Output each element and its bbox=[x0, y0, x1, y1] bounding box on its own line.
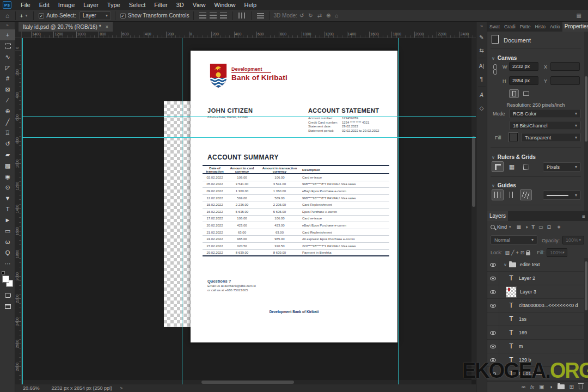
portrait-orientation-button[interactable] bbox=[509, 89, 519, 98]
marquee-tool[interactable] bbox=[0, 40, 15, 51]
3d-orbit-icon[interactable]: ↺ bbox=[299, 13, 304, 19]
adjustment-layer-icon[interactable]: ◑ bbox=[549, 384, 553, 390]
brush-tool[interactable]: ╱ bbox=[0, 117, 15, 127]
hand-tool[interactable]: ω bbox=[0, 236, 15, 247]
layer-row[interactable]: TLayer 2 bbox=[487, 272, 584, 285]
layer-row[interactable]: Tm bbox=[487, 340, 584, 353]
color-mode-dropdown[interactable]: RGB Color▾ bbox=[509, 109, 581, 118]
rectangle-tool[interactable]: ▭ bbox=[0, 225, 15, 236]
close-icon[interactable]: × bbox=[106, 24, 109, 30]
layer-row[interactable]: Tcitta000000...<<<<<<<<0 d bbox=[487, 299, 584, 313]
eraser-tool[interactable]: ▰ bbox=[0, 149, 15, 160]
menu-3d[interactable]: 3D bbox=[172, 0, 188, 10]
menu-view[interactable]: View bbox=[188, 0, 210, 10]
guide-vertical[interactable] bbox=[182, 38, 182, 384]
menu-help[interactable]: Help bbox=[240, 0, 261, 10]
toggle-rulers-button[interactable] bbox=[492, 161, 504, 172]
collapse-tools-icon[interactable]: » bbox=[0, 22, 15, 29]
properties-scrollbar-thumb[interactable] bbox=[585, 76, 587, 142]
layer-visibility-toggle[interactable] bbox=[487, 326, 499, 340]
filter-pin-icon[interactable]: ∗ bbox=[557, 224, 561, 230]
paragraph-panel-icon[interactable]: ¶ bbox=[476, 72, 487, 85]
layer-row[interactable]: T169 bbox=[487, 326, 584, 340]
toggle-pixel-grid-button[interactable] bbox=[520, 161, 532, 172]
rulers-grids-section-header[interactable]: ∨Rulers & Grids bbox=[492, 151, 536, 161]
link-dimensions-icon[interactable] bbox=[493, 64, 498, 76]
fill-input[interactable]: 100%▾ bbox=[547, 248, 567, 257]
blend-mode-dropdown[interactable]: Normal▾ bbox=[491, 235, 537, 244]
lock-transparency-icon[interactable]: ▨ bbox=[505, 250, 510, 255]
menu-select[interactable]: Select bbox=[125, 0, 150, 10]
height-input[interactable]: 2854 px bbox=[509, 76, 538, 85]
vertical-scrollbar[interactable] bbox=[471, 38, 476, 380]
crop-tool[interactable]: # bbox=[0, 73, 15, 84]
document-tab[interactable]: Italy id.psd @ 20.7% (RGB/16) * × bbox=[19, 22, 113, 32]
toggle-guides-button[interactable] bbox=[492, 189, 504, 200]
vertical-scrollbar-thumb[interactable] bbox=[472, 136, 475, 207]
collapse-panel-icon[interactable]: » bbox=[476, 22, 487, 30]
frame-tool[interactable]: ⊠ bbox=[0, 84, 15, 95]
align-center-horizontal-icon[interactable] bbox=[210, 13, 217, 19]
document-page[interactable]: Development Bank of Kiribati JOHN CITIZE… bbox=[191, 51, 397, 342]
3d-slide-icon[interactable]: ⊕ bbox=[326, 13, 330, 19]
mixer-panel-icon[interactable]: ⇆ bbox=[476, 44, 487, 57]
layer-visibility-toggle[interactable] bbox=[487, 299, 499, 313]
width-input[interactable]: 2232 px bbox=[509, 62, 538, 71]
filter-kind-label[interactable]: Kind bbox=[497, 224, 507, 230]
ruler-corner[interactable] bbox=[15, 32, 22, 38]
align-options-icon[interactable] bbox=[257, 13, 264, 19]
3d-panel-icon[interactable]: ◇ bbox=[476, 101, 487, 114]
menu-file[interactable]: File bbox=[16, 0, 35, 10]
color-swatches[interactable] bbox=[0, 271, 15, 290]
tab-histo[interactable]: Histo bbox=[533, 22, 548, 32]
move-tool-icon[interactable]: + bbox=[20, 13, 23, 19]
new-layer-icon[interactable]: ⊞ bbox=[569, 384, 574, 390]
pen-tool[interactable]: ▼ bbox=[0, 193, 15, 204]
filter-pixel-layers-icon[interactable]: ▦ bbox=[517, 224, 522, 230]
layer-visibility-toggle[interactable] bbox=[487, 340, 499, 353]
auto-select-target-dropdown[interactable]: Layer ▾ bbox=[79, 11, 111, 20]
layer-visibility-toggle[interactable] bbox=[487, 285, 499, 299]
home-icon[interactable]: ⌂ bbox=[5, 12, 9, 20]
tab-properties[interactable]: Properties bbox=[562, 22, 588, 32]
tab-gradi[interactable]: Gradi bbox=[502, 22, 518, 32]
opacity-input[interactable]: 100%▾ bbox=[562, 236, 584, 244]
ruler-units-dropdown[interactable]: Pixels▾ bbox=[543, 162, 581, 171]
glyphs-panel-icon[interactable]: A bbox=[476, 88, 487, 101]
menu-image[interactable]: Image bbox=[54, 0, 79, 10]
menu-type[interactable]: Type bbox=[103, 0, 125, 10]
layers-scrollbar-thumb[interactable] bbox=[585, 261, 587, 310]
healing-brush-tool[interactable]: ⊕ bbox=[0, 106, 15, 117]
menu-filter[interactable]: Filter bbox=[150, 0, 171, 10]
tab-patte[interactable]: Patte bbox=[518, 22, 533, 32]
new-group-icon[interactable] bbox=[558, 384, 565, 389]
type-tool[interactable]: T bbox=[0, 204, 15, 215]
lock-artboard-icon[interactable]: ⊡ bbox=[520, 250, 525, 255]
guide-vertical[interactable] bbox=[398, 38, 399, 384]
horizontal-ruler[interactable]: 1400120010008006004002000200400600800100… bbox=[22, 32, 476, 38]
status-chevron-icon[interactable]: > bbox=[120, 385, 122, 391]
eyedropper-tool[interactable]: ∕ bbox=[0, 95, 15, 106]
layer-row[interactable]: Layer 3 bbox=[487, 285, 584, 299]
more-tool[interactable]: ⋯ bbox=[0, 258, 15, 269]
move-tool[interactable]: + bbox=[0, 29, 15, 40]
filter-type-layers-icon[interactable]: T bbox=[531, 224, 535, 230]
dodge-tool[interactable]: ⊙ bbox=[0, 182, 15, 193]
guide-horizontal[interactable] bbox=[22, 116, 476, 117]
tab-layers[interactable]: Layers bbox=[487, 211, 508, 221]
auto-select-checkbox[interactable]: ✓ bbox=[39, 13, 44, 19]
3d-pan-icon[interactable]: ⇄ bbox=[317, 13, 322, 19]
chevron-down-icon[interactable]: ▾ bbox=[509, 225, 511, 229]
character-panel-icon[interactable]: A| bbox=[476, 59, 487, 72]
bit-depth-dropdown[interactable]: 16 Bits/Channel▾ bbox=[509, 121, 581, 130]
link-layers-icon[interactable]: ∞ bbox=[522, 384, 525, 390]
edit-panel-icon[interactable]: ✎ bbox=[476, 30, 487, 44]
horizontal-scrollbar-thumb[interactable] bbox=[201, 381, 294, 384]
workspace-icon[interactable]: ▦ bbox=[577, 13, 581, 19]
path-selection-tool[interactable]: ► bbox=[0, 215, 15, 225]
menu-window[interactable]: Window bbox=[210, 0, 240, 10]
history-brush-tool[interactable]: ↺ bbox=[0, 138, 15, 149]
zoom-tool[interactable]: Ǫ bbox=[0, 247, 15, 258]
clear-guides-button[interactable] bbox=[520, 189, 532, 200]
3d-scale-icon[interactable]: ⌂ bbox=[335, 13, 338, 19]
